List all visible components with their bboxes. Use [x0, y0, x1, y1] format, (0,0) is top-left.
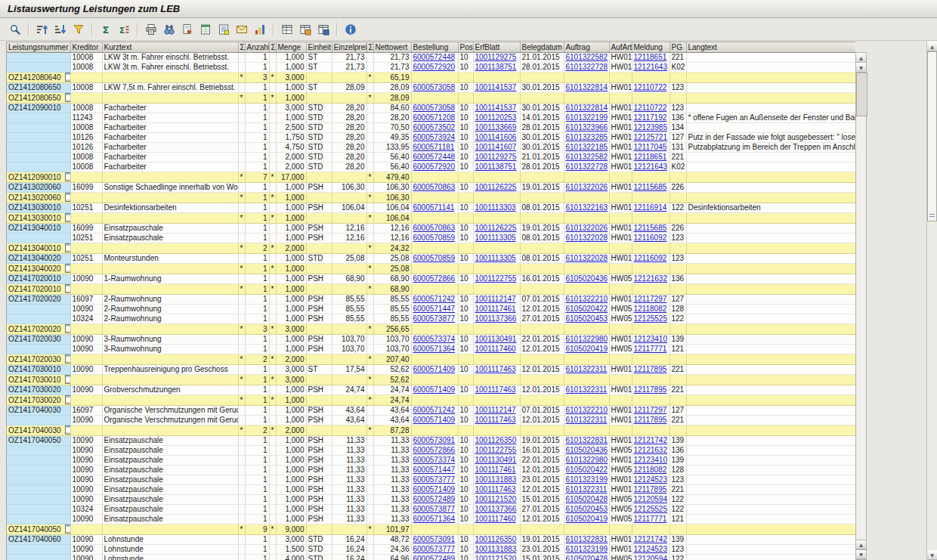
subtotal-detail-icon[interactable]: [65, 193, 70, 202]
meldung-link[interactable]: 12117297: [634, 406, 667, 414]
table-row[interactable]: OZ141303001010251Desinfektionsarbeiten11…: [7, 203, 855, 213]
bestellung-link[interactable]: 6000573374: [413, 335, 456, 343]
bestellung-link[interactable]: 6000573502: [413, 123, 456, 131]
subtotal-row[interactable]: OZ1412080640*3*3,000*65,19: [7, 73, 855, 83]
erfblatt-link[interactable]: 1001129275: [475, 53, 517, 61]
column-header-anzahl[interactable]: Anzahl: [245, 42, 269, 53]
meldung-link[interactable]: 12116092: [634, 234, 667, 242]
auftrag-link[interactable]: 6101323199: [566, 475, 608, 484]
export-word-button[interactable]: [215, 21, 232, 38]
meldung-link[interactable]: 12116092: [634, 254, 667, 262]
bestellung-link[interactable]: 6000571409: [413, 365, 456, 373]
table-row[interactable]: OZ141703002010090Grobverschmutzungen11,0…: [7, 385, 855, 395]
subtotal-detail-icon[interactable]: [65, 264, 70, 273]
table-row[interactable]: 10008Facharbeiter12,500STD28,2070,506000…: [7, 123, 855, 133]
bestellung-link[interactable]: 6000573091: [413, 436, 456, 444]
subtotal-row[interactable]: OZ1417040030*2*2,000*87,28: [7, 425, 855, 436]
info-button[interactable]: [342, 21, 359, 38]
meldung-link[interactable]: 12116914: [634, 203, 667, 212]
bestellung-link[interactable]: 6000573058: [413, 104, 456, 112]
subtotal-row[interactable]: OZ1417020030*2*2,000*207,40: [7, 354, 855, 365]
meldung-link[interactable]: 12118082: [634, 305, 667, 313]
meldung-link[interactable]: 12120594: [634, 495, 668, 503]
erfblatt-link[interactable]: 1001117461: [475, 305, 516, 313]
table-row[interactable]: OZ141704006010090Lohnstunde13,000STD16,2…: [7, 535, 855, 545]
auftrag-link[interactable]: 6101322728: [566, 63, 608, 71]
bestellung-link[interactable]: 6000570863: [413, 183, 456, 191]
subtotal-row[interactable]: OZ1412080650*1*1,000*28,09: [7, 93, 855, 104]
bestellung-link[interactable]: 6000571409: [413, 416, 456, 424]
table-row[interactable]: 100903-Raumwohnung11,000PSH103,70103,706…: [7, 345, 855, 354]
table-row[interactable]: 10090Einsatzpauschale11,000PSH11,3311,33…: [7, 485, 855, 495]
column-header-sigma_menge[interactable]: Σ: [269, 42, 276, 53]
save-layout-button[interactable]: [315, 21, 332, 38]
auftrag-link[interactable]: 6101322210: [566, 406, 608, 414]
meldung-link[interactable]: 12118651: [634, 53, 667, 61]
meldung-link[interactable]: 12125721: [634, 133, 668, 141]
subtotal-detail-icon[interactable]: [65, 73, 70, 82]
bestellung-link[interactable]: 6000571409: [413, 385, 456, 394]
auftrag-link[interactable]: 6101322210: [566, 295, 608, 303]
window-scrollbar-thumb[interactable]: [927, 51, 937, 221]
column-header-einzelpreis[interactable]: Einzelprei: [332, 42, 366, 53]
table-row[interactable]: OZ141209001010008Facharbeiter13,000STD28…: [7, 104, 855, 113]
bestellung-link[interactable]: 6000573877: [413, 505, 456, 513]
bestellung-link[interactable]: 6000573374: [413, 456, 456, 464]
erfblatt-link[interactable]: 1001126350: [475, 436, 517, 444]
auftrag-link[interactable]: 6101322980: [566, 456, 608, 464]
auftrag-link[interactable]: 6101322814: [566, 104, 608, 112]
subtotal-detail-icon[interactable]: [65, 172, 70, 181]
auftrag-link[interactable]: 6105020436: [566, 274, 608, 283]
auftrag-link[interactable]: 6105020453: [566, 314, 608, 323]
column-header-kreditor[interactable]: Kreditor: [70, 42, 102, 53]
set-filter-button[interactable]: [70, 21, 87, 38]
auftrag-link[interactable]: 6101322980: [566, 335, 608, 343]
grid-scroll-down2-icon[interactable]: ▼: [856, 549, 866, 559]
subtotal-detail-icon[interactable]: [65, 395, 70, 404]
erfblatt-link[interactable]: 1001138751: [475, 162, 517, 171]
bestellung-link[interactable]: 6000571242: [413, 295, 456, 303]
erfblatt-link[interactable]: 1001126225: [475, 183, 517, 191]
table-row[interactable]: 10090Einsatzpauschale11,000PSH11,3311,33…: [7, 456, 855, 466]
column-header-erfblatt[interactable]: ErfBlatt: [473, 42, 520, 53]
erfblatt-link[interactable]: 1001141607: [475, 143, 517, 151]
bestellung-link[interactable]: 6000571141: [413, 203, 455, 212]
erfblatt-link[interactable]: 1001122755: [475, 446, 517, 454]
meldung-link[interactable]: 12118082: [634, 466, 667, 474]
erfblatt-link[interactable]: 1001117463: [475, 385, 516, 394]
erfblatt-link[interactable]: 1001113305: [475, 234, 516, 242]
table-row[interactable]: 10126Facharbeiter11,750STD28,2049,356000…: [7, 133, 855, 143]
bestellung-link[interactable]: 6000571181: [413, 143, 455, 151]
subtotal-detail-icon[interactable]: [65, 93, 70, 102]
table-row[interactable]: 10324Einsatzpauschale11,000PSH11,3311,33…: [7, 505, 855, 515]
bestellung-link[interactable]: 6000573058: [413, 83, 456, 91]
table-row[interactable]: 10008Facharbeiter12,000STD28,2056,406000…: [7, 162, 855, 172]
auftrag-link[interactable]: 6105020419: [566, 345, 608, 353]
subtotal-button[interactable]: Σ: [116, 21, 132, 38]
erfblatt-link[interactable]: 1001131883: [475, 475, 517, 484]
table-row[interactable]: 10008LKW 3t m. Fahrer einschl. Betriebss…: [7, 53, 855, 63]
bestellung-link[interactable]: 6000572920: [413, 162, 456, 171]
erfblatt-link[interactable]: 1001117463: [475, 416, 516, 424]
erfblatt-link[interactable]: 1001120253: [475, 113, 517, 122]
table-row[interactable]: 10090Lohnstunde11,500STD16,2424,36600057…: [7, 545, 855, 555]
choose-layout-button[interactable]: [279, 21, 295, 38]
erfblatt-link[interactable]: 1001122755: [475, 274, 517, 283]
table-row[interactable]: 100902-Raumwohnung11,000PSH85,5585,55600…: [7, 305, 855, 314]
erfblatt-link[interactable]: 1001138751: [475, 63, 517, 71]
bestellung-link[interactable]: 6000572920: [413, 63, 456, 71]
table-row[interactable]: OZ141302006016099Sonstige Schaedlinge in…: [7, 183, 855, 193]
auftrag-link[interactable]: 6101322831: [566, 535, 608, 543]
column-header-auftrag[interactable]: Auftrag: [564, 42, 609, 53]
bestellung-link[interactable]: 6000572866: [413, 446, 456, 454]
meldung-link[interactable]: 12125525: [634, 314, 668, 323]
table-row[interactable]: 103242-Raumwohnung11,000PSH85,5585,55600…: [7, 314, 855, 324]
meldung-link[interactable]: 12121742: [634, 436, 668, 444]
auftrag-link[interactable]: 6105020428: [566, 495, 608, 503]
erfblatt-link[interactable]: 1001126350: [475, 535, 517, 543]
subtotal-detail-icon[interactable]: [65, 284, 70, 293]
erfblatt-link[interactable]: 1001131883: [475, 545, 517, 553]
auftrag-link[interactable]: 6105020422: [566, 466, 608, 474]
bestellung-link[interactable]: 6000572489: [413, 555, 456, 560]
bestellung-link[interactable]: 6000572866: [413, 274, 456, 283]
